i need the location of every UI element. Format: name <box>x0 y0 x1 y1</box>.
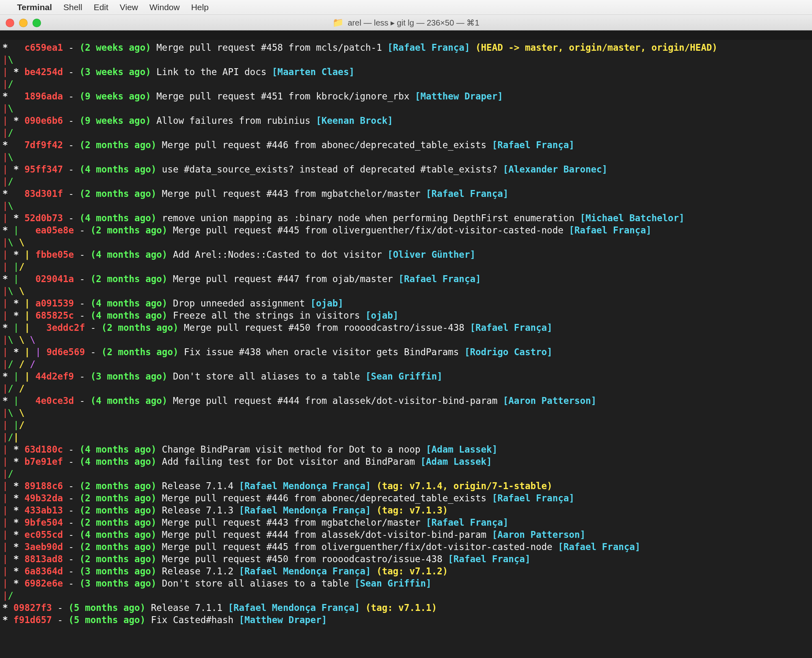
window-titlebar: 📁 arel — less ▸ git lg — 236×50 — ⌘1 <box>0 15 812 30</box>
window-minimize-button[interactable] <box>19 19 28 27</box>
window-zoom-button[interactable] <box>32 19 41 27</box>
terminal-output[interactable]: * c659ea1 - (2 weeks ago) Merge pull req… <box>0 40 812 658</box>
window-close-button[interactable] <box>6 19 14 27</box>
menu-window[interactable]: Window <box>149 2 180 12</box>
menu-edit[interactable]: Edit <box>94 2 108 12</box>
macos-menubar: Terminal Shell Edit View Window Help <box>0 0 812 15</box>
menu-view[interactable]: View <box>120 2 138 12</box>
folder-icon: 📁 <box>333 17 343 28</box>
menu-help[interactable]: Help <box>191 2 209 12</box>
window-traffic-lights <box>6 19 41 27</box>
menubar-appname[interactable]: Terminal <box>17 2 52 12</box>
menu-shell[interactable]: Shell <box>63 2 82 12</box>
window-title: arel — less ▸ git lg — 236×50 — ⌘1 <box>348 18 479 28</box>
